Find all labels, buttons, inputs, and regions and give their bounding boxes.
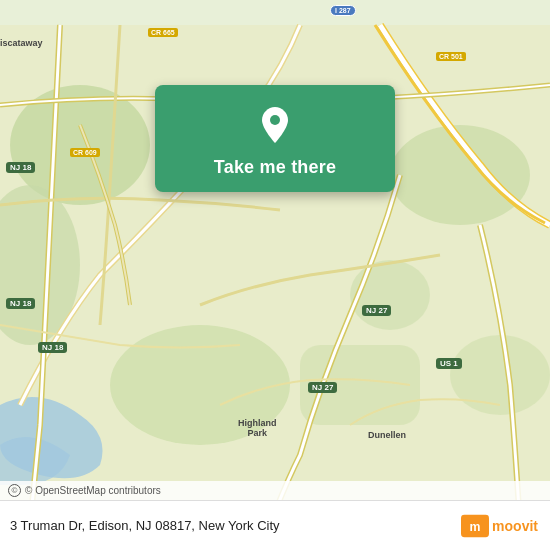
attribution-text: © OpenStreetMap contributors [25, 485, 161, 496]
map-background [0, 0, 550, 550]
road-badge-cr501: CR 501 [436, 52, 466, 61]
svg-point-6 [450, 335, 550, 415]
moovit-logo: m moovit [461, 512, 538, 540]
copyright-icon: © [8, 484, 21, 497]
map-container: CR 665 I 287 NJ 18 NJ 18 NJ 18 NJ 27 NJ … [0, 0, 550, 550]
road-badge-nj27-2: NJ 27 [308, 382, 337, 393]
address-text: 3 Truman Dr, Edison, NJ 08817, New York … [10, 518, 280, 533]
road-badge-cr609: CR 609 [70, 148, 100, 157]
road-badge-us1: US 1 [436, 358, 462, 369]
moovit-text: moovit [492, 518, 538, 534]
road-badge-i287: I 287 [330, 5, 356, 16]
take-me-there-button[interactable]: Take me there [214, 157, 336, 178]
svg-point-3 [110, 325, 290, 445]
svg-point-8 [270, 115, 280, 125]
location-card: Take me there [155, 85, 395, 192]
svg-text:m: m [470, 519, 481, 533]
road-badge-cr665: CR 665 [148, 28, 178, 37]
attribution-bar: © © OpenStreetMap contributors [0, 481, 550, 500]
road-badge-nj18-2: NJ 18 [6, 298, 35, 309]
road-badge-nj18-1: NJ 18 [6, 162, 35, 173]
moovit-logo-icon: m [461, 512, 489, 540]
address-bar: 3 Truman Dr, Edison, NJ 08817, New York … [0, 500, 550, 550]
road-badge-nj27-1: NJ 27 [362, 305, 391, 316]
road-badge-nj18-3: NJ 18 [38, 342, 67, 353]
location-pin-icon [253, 103, 297, 147]
svg-point-5 [350, 260, 430, 330]
